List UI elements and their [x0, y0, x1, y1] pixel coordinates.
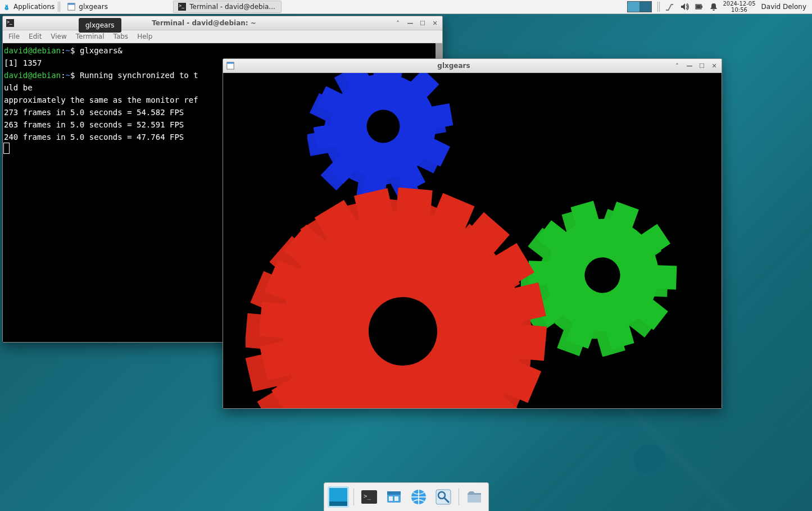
battery-icon[interactable] [695, 2, 704, 11]
user-menu[interactable]: David Delony [756, 3, 812, 11]
svg-rect-3 [68, 3, 75, 5]
red-gear-icon [246, 174, 560, 408]
minimize-icon[interactable]: — [686, 62, 693, 70]
clock-time: 10:56 [723, 7, 755, 13]
svg-rect-6 [696, 5, 701, 8]
terminal-titlebar[interactable]: Terminal - david@debian: ~ ˄ — ☐ ✕ [3, 16, 442, 30]
terminal-icon: >_ [360, 488, 378, 506]
close-icon[interactable]: ✕ [710, 62, 718, 70]
dock-home-folder[interactable] [464, 486, 485, 508]
system-tray [661, 2, 723, 11]
panel-grip-icon[interactable] [58, 2, 61, 12]
svg-rect-22 [394, 496, 398, 501]
network-icon[interactable] [665, 2, 674, 11]
maximize-icon[interactable]: ☐ [419, 20, 427, 27]
svg-rect-5 [701, 6, 702, 8]
volume-icon[interactable] [680, 2, 689, 11]
file-manager-icon [385, 488, 403, 506]
dock-terminal[interactable]: >_ [359, 486, 380, 508]
svg-rect-16 [329, 501, 347, 506]
close-icon[interactable]: ✕ [431, 20, 439, 27]
menu-view[interactable]: View [51, 33, 66, 40]
shade-icon[interactable]: ˄ [394, 20, 402, 27]
window-icon [67, 3, 75, 11]
glxgears-window[interactable]: glxgears ˄ — ☐ ✕ [223, 58, 722, 409]
glxgears-viewport [223, 73, 722, 408]
menu-help[interactable]: Help [137, 33, 152, 40]
username-label: David Delony [761, 3, 806, 11]
notification-icon[interactable] [709, 2, 718, 11]
applications-menu[interactable]: Applications [0, 0, 58, 13]
window-icon [226, 62, 234, 70]
applications-label: Applications [13, 3, 55, 11]
svg-text:>_: >_ [364, 492, 371, 500]
menu-edit[interactable]: Edit [29, 33, 42, 40]
terminal-menubar: File Edit View Terminal Tabs Help [3, 30, 442, 43]
clock-date: 2024-12-05 [723, 1, 755, 7]
maximize-icon[interactable]: ☐ [698, 62, 706, 70]
dock-search[interactable] [433, 486, 454, 508]
minimize-icon[interactable]: — [406, 20, 414, 27]
dock-show-desktop[interactable] [328, 486, 349, 508]
menu-terminal[interactable]: Terminal [76, 33, 105, 40]
search-icon [434, 488, 452, 506]
glxgears-title: glxgears [238, 62, 670, 70]
svg-rect-21 [389, 496, 393, 501]
bottom-dock: >_ [324, 482, 489, 511]
globe-icon [410, 488, 428, 506]
svg-point-1 [8, 7, 9, 8]
tooltip: glxgears [79, 18, 121, 33]
menu-file[interactable]: File [8, 33, 20, 40]
taskbar-label: glxgears [79, 3, 108, 11]
taskbar-button-terminal[interactable]: Terminal - david@debia... [173, 1, 282, 13]
svg-rect-8 [227, 62, 234, 64]
terminal-icon [178, 3, 186, 11]
dock-file-manager[interactable] [383, 486, 405, 508]
glxgears-titlebar[interactable]: glxgears ˄ — ☐ ✕ [223, 59, 722, 73]
top-panel: Applications glxgears Terminal - david@d… [0, 0, 812, 14]
taskbar-label: Terminal - david@debia... [189, 3, 275, 11]
shade-icon[interactable]: ˄ [673, 62, 681, 70]
show-desktop-icon [329, 488, 347, 506]
folder-icon [465, 488, 483, 506]
svg-rect-20 [387, 491, 401, 495]
svg-point-0 [6, 7, 7, 8]
terminal-icon [6, 19, 14, 27]
menu-tabs[interactable]: Tabs [114, 33, 129, 40]
panel-clock[interactable]: 2024-12-05 10:56 [723, 1, 755, 13]
taskbar-button-glxgears[interactable]: glxgears [62, 1, 171, 13]
terminal-cursor [4, 143, 9, 153]
terminal-title: Terminal - david@debian: ~ [17, 19, 391, 27]
workspace-switcher[interactable] [627, 1, 652, 12]
dock-web-browser[interactable] [408, 486, 429, 508]
xfce-logo-icon [3, 3, 11, 11]
